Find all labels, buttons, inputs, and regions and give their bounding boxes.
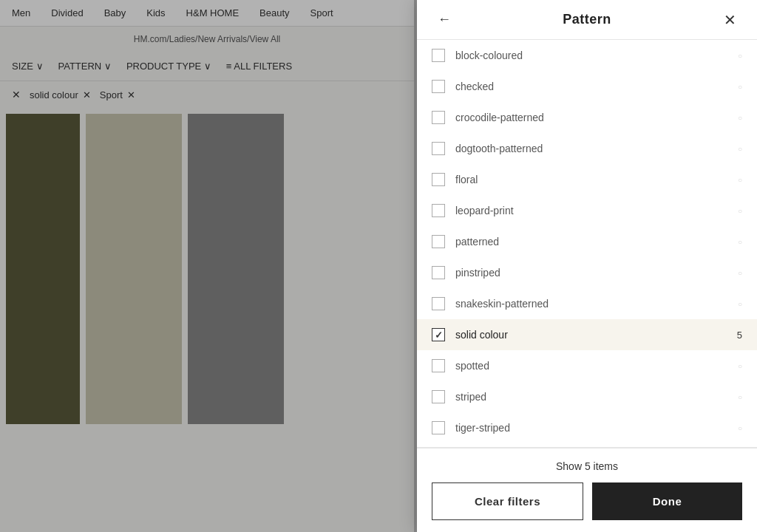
filter-item-striped[interactable]: striped○ bbox=[417, 381, 757, 412]
nav-men: Men bbox=[12, 7, 30, 18]
checkbox-solid-colour: ✓ bbox=[432, 328, 445, 341]
checkbox-snakeskin-patterned bbox=[432, 297, 445, 310]
panel-footer: Show 5 items Clear filters Done bbox=[417, 448, 757, 532]
checkbox-pinstriped bbox=[432, 266, 445, 279]
filter-label-crocodile-patterned: crocodile-patterned bbox=[455, 112, 727, 123]
filter-label-striped: striped bbox=[455, 391, 727, 403]
filter-size: SIZE ∨ bbox=[12, 61, 44, 72]
filter-item-tiger-striped[interactable]: tiger-striped○ bbox=[417, 412, 757, 443]
checkmark-icon: ✓ bbox=[435, 330, 443, 341]
checkbox-striped bbox=[432, 390, 445, 403]
filter-label-floral: floral bbox=[455, 174, 727, 185]
filter-label-patterned: patterned bbox=[455, 236, 727, 248]
product-item-3 bbox=[188, 114, 284, 424]
filter-item-dogtooth-patterned[interactable]: dogtooth-patterned○ bbox=[417, 133, 757, 164]
show-items-text: Show 5 items bbox=[432, 460, 742, 472]
checkbox-floral bbox=[432, 173, 445, 186]
pattern-filter-panel: ← Pattern ✕ block-coloured○checked○croco… bbox=[417, 0, 757, 532]
filter-count-spotted: ○ bbox=[727, 362, 742, 370]
nav-divided: Divided bbox=[51, 7, 83, 18]
checkbox-block-coloured bbox=[432, 49, 445, 62]
filter-item-patterned[interactable]: patterned○ bbox=[417, 226, 757, 257]
filter-all: ≡ ALL FILTERS bbox=[226, 61, 292, 72]
filter-pattern: PATTERN ∨ bbox=[58, 61, 112, 72]
checkbox-crocodile-patterned bbox=[432, 111, 445, 124]
filter-count-dogtooth-patterned: ○ bbox=[727, 145, 742, 153]
checkbox-tiger-striped bbox=[432, 421, 445, 434]
filter-item-leopard-print[interactable]: leopard-print○ bbox=[417, 195, 757, 226]
filter-label-spotted: spotted bbox=[455, 360, 727, 372]
filter-item-spotted[interactable]: spotted○ bbox=[417, 350, 757, 381]
filter-item-pinstriped[interactable]: pinstriped○ bbox=[417, 257, 757, 288]
filter-item-checked[interactable]: checked○ bbox=[417, 71, 757, 102]
filter-count-leopard-print: ○ bbox=[727, 207, 742, 215]
panel-header: ← Pattern ✕ bbox=[417, 0, 757, 40]
close-button[interactable]: ✕ bbox=[718, 8, 742, 32]
filter-item-solid-colour[interactable]: ✓solid colour5 bbox=[417, 319, 757, 350]
checkbox-checked bbox=[432, 80, 445, 93]
footer-buttons: Clear filters Done bbox=[432, 482, 742, 520]
filter-count-tiger-striped: ○ bbox=[727, 424, 742, 432]
close-active-all: ✕ bbox=[12, 89, 21, 100]
filter-list: block-coloured○checked○crocodile-pattern… bbox=[417, 40, 757, 447]
done-button[interactable]: Done bbox=[592, 482, 742, 520]
nav-baby: Baby bbox=[104, 7, 126, 18]
filter-label-snakeskin-patterned: snakeskin-patterned bbox=[455, 298, 727, 310]
checkbox-spotted bbox=[432, 359, 445, 372]
clear-filters-button[interactable]: Clear filters bbox=[432, 482, 583, 520]
filter-label-block-coloured: block-coloured bbox=[455, 50, 727, 61]
filter-count-floral: ○ bbox=[727, 176, 742, 184]
filter-count-patterned: ○ bbox=[727, 238, 742, 246]
nav-sport: Sport bbox=[310, 7, 333, 18]
active-filter-solid-colour: solid colour ✕ bbox=[30, 89, 91, 100]
filter-count-snakeskin-patterned: ○ bbox=[727, 300, 742, 308]
product-item-1 bbox=[6, 114, 80, 424]
filter-count-checked: ○ bbox=[727, 83, 742, 91]
filter-item-floral[interactable]: floral○ bbox=[417, 164, 757, 195]
checkbox-patterned bbox=[432, 235, 445, 248]
filter-item-snakeskin-patterned[interactable]: snakeskin-patterned○ bbox=[417, 288, 757, 319]
filter-label-leopard-print: leopard-print bbox=[455, 205, 727, 216]
nav-kids: Kids bbox=[146, 7, 165, 18]
filter-product-type: PRODUCT TYPE ∨ bbox=[126, 61, 211, 72]
filter-label-checked: checked bbox=[455, 81, 727, 92]
checkbox-leopard-print bbox=[432, 204, 445, 217]
filter-count-striped: ○ bbox=[727, 393, 742, 401]
filter-item-crocodile-patterned[interactable]: crocodile-patterned○ bbox=[417, 102, 757, 133]
checkbox-dogtooth-patterned bbox=[432, 142, 445, 155]
panel-title: Pattern bbox=[563, 12, 611, 27]
filter-item-block-coloured[interactable]: block-coloured○ bbox=[417, 40, 757, 71]
nav-hm-home: H&M HOME bbox=[186, 7, 240, 18]
nav-beauty: Beauty bbox=[259, 7, 289, 18]
filter-label-pinstriped: pinstriped bbox=[455, 267, 727, 279]
filter-label-dogtooth-patterned: dogtooth-patterned bbox=[455, 143, 727, 154]
back-button[interactable]: ← bbox=[432, 9, 457, 30]
product-item-2 bbox=[86, 114, 182, 424]
breadcrumb: HM.com/Ladies/New Arrivals/View All bbox=[0, 27, 414, 52]
filter-count-crocodile-patterned: ○ bbox=[727, 114, 742, 122]
filter-count-pinstriped: ○ bbox=[727, 269, 742, 277]
filter-count-block-coloured: ○ bbox=[727, 52, 742, 60]
filter-label-solid-colour: solid colour bbox=[455, 329, 727, 341]
active-filter-sport: Sport ✕ bbox=[100, 89, 135, 100]
filter-label-tiger-striped: tiger-striped bbox=[455, 422, 727, 434]
filter-count-solid-colour: 5 bbox=[727, 330, 742, 341]
